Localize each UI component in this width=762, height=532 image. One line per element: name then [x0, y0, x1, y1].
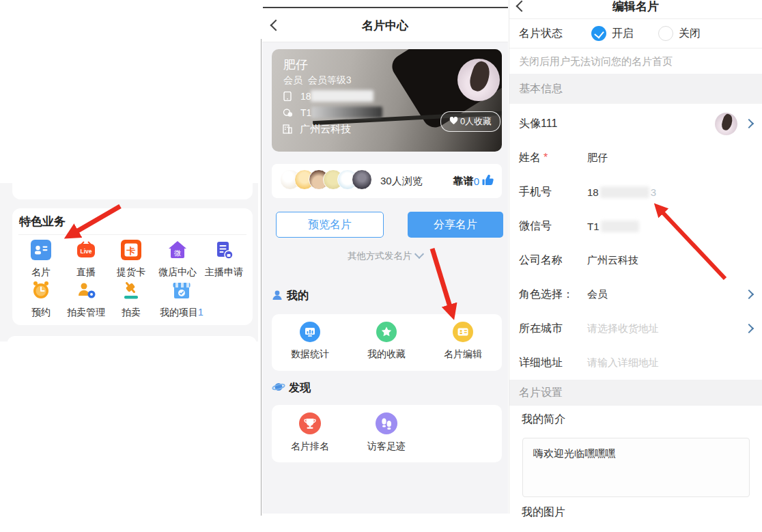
- wechat-field-row[interactable]: 微信号 T1: [509, 209, 762, 243]
- micro-store-icon: 微: [167, 251, 188, 262]
- viewers-card: 30人浏览 靠谱 0: [272, 164, 502, 198]
- service-item-auction[interactable]: 拍卖: [108, 280, 154, 319]
- basic-info-title: 基本信息: [519, 82, 563, 96]
- middle-header: 名片中心: [262, 8, 508, 42]
- phone-value-suffix: 3: [651, 186, 656, 198]
- featured-services-title: 特色业务: [19, 214, 66, 229]
- phone-masked-area: [311, 90, 373, 102]
- service-label: 拍卖: [108, 307, 154, 319]
- name-field-value: 肥仔: [587, 152, 608, 165]
- status-on-radio[interactable]: [591, 26, 606, 41]
- intro-label: 我的简介: [522, 412, 565, 427]
- more-share-methods[interactable]: 其他方式发名片: [262, 250, 508, 262]
- left-panel: 特色业务 名片 Live 直播 卡 提货卡 微 微店中心 主播申请: [0, 0, 258, 532]
- wechat-masked-area: [601, 221, 639, 232]
- avatar-field-row[interactable]: 头像111: [509, 107, 762, 141]
- status-off-radio[interactable]: [658, 26, 673, 41]
- basic-info-band: 基本信息: [509, 74, 762, 104]
- discover-item-ranking[interactable]: 名片排名: [272, 405, 348, 462]
- profile-company-row: 广州云科技: [283, 123, 351, 136]
- my-item-label: 数据统计: [272, 348, 348, 361]
- viewer-avatar: [352, 169, 372, 190]
- service-item-pickup-card[interactable]: 卡 提货卡: [108, 240, 154, 279]
- required-asterisk: *: [544, 152, 548, 163]
- svg-text:Live: Live: [80, 248, 91, 255]
- phone-field-row[interactable]: 手机号 183: [509, 175, 762, 209]
- phone-field-label: 手机号: [519, 185, 587, 199]
- role-field-row[interactable]: 角色选择： 会员: [509, 277, 762, 311]
- status-note: 关闭后用户无法访问您的名片首页: [519, 55, 673, 68]
- company-field-row[interactable]: 公司名称 广州云科技: [509, 243, 762, 277]
- page-title: 名片中心: [262, 18, 508, 33]
- thumbs-up-icon: [482, 174, 494, 188]
- page-title: 编辑名片: [509, 0, 762, 14]
- avatar-hair-shape: [467, 59, 493, 94]
- service-item-business-card[interactable]: 名片: [18, 240, 64, 279]
- member-level-badge: 会员等级3: [308, 74, 352, 85]
- chevron-right-icon: [744, 324, 754, 333]
- profile-avatar[interactable]: [457, 59, 500, 101]
- person-icon: [272, 290, 283, 303]
- viewer-avatar-stack: [280, 169, 372, 193]
- trust-widget[interactable]: 靠谱 0: [453, 174, 494, 188]
- discover-item-footprints[interactable]: 访客足迹: [348, 405, 425, 462]
- viewer-count: 30人浏览: [380, 175, 423, 188]
- service-item-auction-manage[interactable]: 拍卖管理: [63, 280, 109, 319]
- intro-text: 嗨欢迎光临嘿嘿嘿: [533, 447, 615, 459]
- my-section-card: 数据统计 我的收藏 名片编辑: [272, 314, 502, 371]
- discover-section-header: 发现: [272, 381, 311, 395]
- company-field-label: 公司名称: [519, 253, 587, 268]
- name-field-row[interactable]: 姓名* 肥仔: [509, 141, 762, 175]
- service-item-appointment[interactable]: 预约: [18, 280, 64, 319]
- business-card-icon: [31, 251, 51, 262]
- intro-textarea[interactable]: 嗨欢迎光临嘿嘿嘿: [522, 438, 750, 497]
- service-label: 直播: [63, 266, 109, 279]
- wechat-prefix: T1: [300, 107, 311, 118]
- avatar-hair-shape: [720, 113, 735, 131]
- heart-icon: [449, 117, 458, 127]
- wechat-field-label: 微信号: [519, 219, 587, 234]
- my-item-label: 名片编辑: [425, 348, 501, 361]
- card-settings-band: 名片设置: [509, 380, 762, 406]
- divider: [509, 48, 762, 48]
- address-field-row[interactable]: 详细地址 请输入详细地址: [509, 346, 762, 380]
- address-field-placeholder: 请输入详细地址: [587, 356, 659, 369]
- service-label: 拍卖管理: [63, 307, 109, 319]
- my-item-card-edit[interactable]: 名片编辑: [425, 314, 501, 371]
- service-label-badge: 1: [198, 307, 203, 318]
- address-field-label: 详细地址: [519, 356, 587, 370]
- my-item-data-stats[interactable]: 数据统计: [272, 314, 348, 371]
- my-section-title: 我的: [287, 289, 309, 303]
- service-label: 预约: [18, 307, 64, 319]
- share-card-button[interactable]: 分享名片: [408, 212, 503, 238]
- status-on-label: 开启: [612, 27, 634, 41]
- live-tv-icon: Live: [76, 251, 96, 262]
- my-item-favorites[interactable]: 我的收藏: [348, 314, 425, 371]
- phone-prefix: 18: [300, 91, 311, 102]
- storefront-icon: [171, 291, 192, 303]
- service-item-anchor-apply[interactable]: 主播申请: [201, 240, 247, 279]
- card-status-row: 名片状态 开启 关闭: [509, 19, 762, 48]
- right-panel: 编辑名片 名片状态 开启 关闭 关闭后用户无法访问您的名片首页 基本信息 头像1…: [509, 0, 762, 532]
- role-field-value: 会员: [587, 288, 608, 301]
- star-icon: [376, 333, 397, 344]
- favorites-pill[interactable]: 0人收藏: [440, 111, 500, 132]
- svg-text:卡: 卡: [126, 246, 136, 256]
- service-item-my-project[interactable]: 我的项目1: [154, 280, 209, 319]
- company-field-value: 广州云科技: [587, 254, 638, 267]
- discover-section-card: 名片排名 访客足迹: [272, 405, 502, 462]
- card-settings-title: 名片设置: [519, 386, 563, 400]
- more-share-label: 其他方式发名片: [348, 251, 412, 261]
- planet-icon: [272, 381, 285, 395]
- phone-masked-area: [600, 186, 649, 198]
- svg-text:微: 微: [174, 249, 181, 257]
- city-field-row[interactable]: 所在城市 请选择收货地址: [509, 311, 762, 346]
- company-name: 广州云科技: [300, 123, 351, 135]
- service-item-live[interactable]: Live 直播: [63, 240, 109, 279]
- preview-card-button[interactable]: 预览名片: [276, 212, 384, 238]
- name-field-label: 姓名: [519, 152, 541, 163]
- trust-count: 0: [474, 176, 479, 187]
- chevron-right-icon: [744, 290, 754, 299]
- my-section-header: 我的: [272, 289, 309, 303]
- service-item-micro-store[interactable]: 微 微店中心: [154, 240, 201, 279]
